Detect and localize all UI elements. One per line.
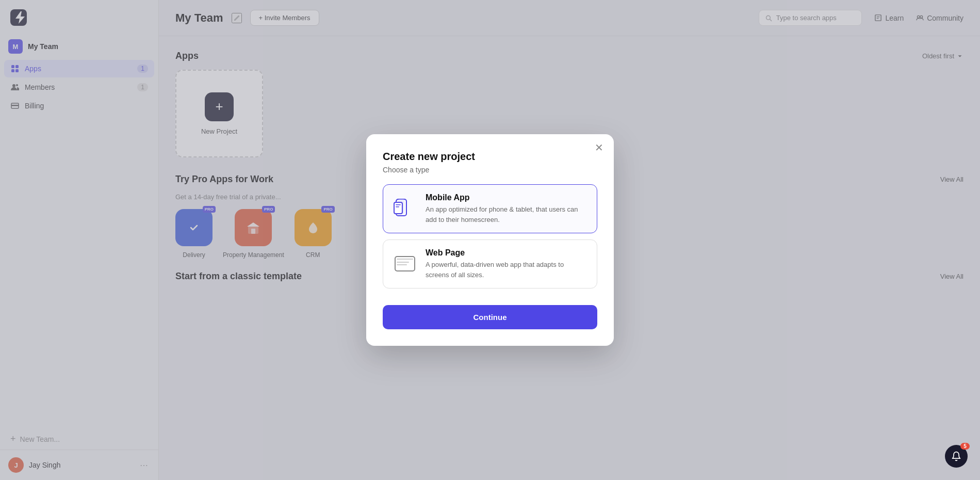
notification-count: 5 — [960, 443, 970, 450]
svg-rect-20 — [394, 202, 402, 214]
svg-rect-24 — [397, 259, 413, 260]
mobile-app-option[interactable]: Mobile App An app optimized for phone & … — [383, 184, 597, 233]
svg-rect-25 — [397, 262, 409, 263]
svg-rect-26 — [397, 264, 407, 265]
modal-overlay[interactable]: ✕ Create new project Choose a type Mobil… — [0, 0, 980, 480]
mobile-app-icon — [393, 197, 417, 221]
notification-bell[interactable]: 5 — [945, 445, 968, 468]
web-page-info: Web Page A powerful, data-driven web app… — [426, 248, 587, 280]
web-page-title: Web Page — [426, 248, 587, 258]
mobile-app-desc: An app optimized for phone & tablet, tha… — [426, 204, 587, 225]
svg-rect-22 — [396, 206, 399, 207]
continue-button[interactable]: Continue — [383, 305, 597, 329]
modal-close-button[interactable]: ✕ — [595, 142, 603, 153]
web-page-option[interactable]: Web Page A powerful, data-driven web app… — [383, 239, 597, 289]
modal-subtitle: Choose a type — [383, 166, 597, 174]
mobile-app-title: Mobile App — [426, 193, 587, 202]
svg-rect-21 — [396, 204, 401, 205]
bell-icon — [951, 451, 961, 461]
modal-title: Create new project — [383, 151, 597, 163]
web-page-icon — [393, 252, 417, 277]
create-project-modal: ✕ Create new project Choose a type Mobil… — [366, 134, 614, 346]
web-page-desc: A powerful, data-driven web app that ada… — [426, 260, 587, 280]
mobile-app-info: Mobile App An app optimized for phone & … — [426, 193, 587, 225]
